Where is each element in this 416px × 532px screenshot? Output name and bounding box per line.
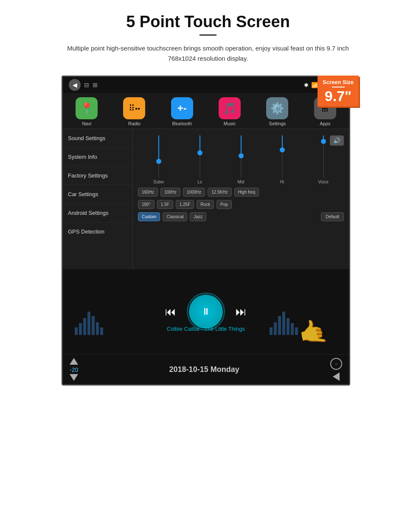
freq-btn-100hz[interactable]: 100Hz	[160, 188, 180, 197]
badge-size: 9.7"	[325, 88, 351, 104]
radio-label: Radio	[128, 121, 141, 126]
apps-label: Apps	[320, 121, 330, 126]
freq-btn-highfreq[interactable]: High freq	[234, 188, 259, 197]
signal-icon: 📶	[311, 82, 318, 88]
freq-btn-12khz[interactable]: 12.5KHz	[208, 188, 231, 197]
music-player: ⏮ ⏸ ⏭ Colbie Caillat - The Little Things…	[63, 269, 349, 354]
eq-dot-mid[interactable]	[239, 153, 244, 158]
eq-line-hi	[282, 135, 283, 147]
sidebar: Sound Settings System Info Factory Setti…	[63, 129, 133, 269]
music-icon: 🎵	[219, 97, 241, 119]
eq-label-mid: Mid	[237, 180, 244, 184]
navi-icon: 📍	[76, 97, 98, 119]
circle-button[interactable]: ○	[330, 358, 342, 370]
nav-right: ○	[330, 358, 342, 381]
back-button[interactable]: ◀	[69, 79, 81, 91]
music-label: Music	[224, 121, 236, 126]
settings-label: Settings	[269, 121, 286, 126]
eq-line-subw	[158, 135, 159, 159]
preset-btn-classical[interactable]: Classical	[163, 212, 187, 221]
eq-label-subw: Subw	[153, 180, 164, 184]
prev-button[interactable]: ⏮	[165, 305, 176, 318]
menu-icon: ⊟	[84, 82, 89, 88]
page-title: 5 Point Touch Screen	[126, 13, 290, 31]
nav-left: -20	[70, 358, 78, 381]
radio-icon: ⠿●●	[123, 97, 145, 119]
sidebar-item-system-info[interactable]: System Info	[63, 148, 132, 166]
freq-row: 160Hz 100Hz 1000Hz 12.5KHz High freq	[138, 188, 344, 197]
date-display: 2018-10-15 Monday	[169, 365, 239, 374]
app-bluetooth[interactable]: +- Bluetooth	[158, 96, 206, 129]
eq-dot-subw[interactable]	[156, 159, 161, 164]
phase-btn-180[interactable]: 180°	[138, 200, 155, 209]
status-left: ◀ ⊟ ⊞	[69, 79, 98, 91]
touch-hand-icon: 🤙	[296, 316, 330, 348]
settings-icon: ⚙️	[266, 97, 288, 119]
phase-btn-pop[interactable]: Pop	[216, 200, 232, 209]
eq-line-lo	[200, 135, 200, 150]
eq-label-voice: Voice	[318, 180, 328, 184]
back-nav-button[interactable]	[333, 372, 340, 381]
app-navi[interactable]: 📍 Navi	[63, 96, 110, 129]
navi-label: Navi	[82, 121, 91, 126]
player-controls: ⏮ ⏸ ⏭	[165, 295, 247, 329]
song-title: Colbie Caillat - The Little Things	[167, 326, 245, 332]
bottom-bar: -20 2018-10-15 Monday ○	[63, 354, 349, 384]
eq-channel-lo: Lo	[179, 135, 220, 184]
phase-row: 180° 1.5F 1.25F Rock Pop	[138, 200, 344, 209]
eq-channel-subw: Subw	[138, 135, 179, 184]
app-settings[interactable]: ⚙️ Settings	[253, 96, 301, 129]
subtitle: Multiple point high-sensitive touchscree…	[55, 43, 361, 64]
freq-btn-1000hz[interactable]: 1000Hz	[183, 188, 205, 197]
bluetooth-icon: +-	[171, 97, 193, 119]
eq-channel-hi: Hi	[261, 135, 303, 184]
visualizer-right	[270, 312, 298, 335]
app-radio[interactable]: ⠿●● Radio	[110, 96, 158, 129]
volume-up-button[interactable]	[70, 358, 78, 365]
preset-row: Custom Classical Jazz Default	[138, 212, 344, 221]
eq-label-hi: Hi	[280, 180, 284, 184]
preset-btn-jazz[interactable]: Jazz	[190, 212, 206, 221]
eq-dot-lo[interactable]	[197, 150, 202, 155]
eq-channel-mid: Mid	[220, 135, 261, 184]
phase-btn-125f[interactable]: 1.25F	[176, 200, 194, 209]
phase-btn-15f[interactable]: 1.5F	[157, 200, 173, 209]
eq-label-lo: Lo	[197, 180, 202, 184]
bluetooth-label: Bluetooth	[172, 121, 192, 126]
sidebar-item-sound-settings[interactable]: Sound Settings	[63, 129, 132, 148]
main-content: Sound Settings System Info Factory Setti…	[63, 129, 349, 269]
eq-line-mid	[241, 135, 242, 153]
eq-dot-voice[interactable]	[321, 139, 326, 144]
phase-btn-rock[interactable]: Rock	[197, 200, 214, 209]
badge-label: Screen Size	[323, 79, 354, 85]
bluetooth-status-icon: ✱	[304, 82, 309, 88]
grid-icon: ⊞	[93, 82, 98, 88]
freq-btn-160hz[interactable]: 160Hz	[138, 188, 158, 197]
device-screen: ◀ ⊟ ⊞ ✱ 📶 08:11 ⌃ 📍 Navi ⠿●● Radio +-	[62, 76, 350, 386]
volume-control[interactable]: 🔊	[330, 135, 344, 146]
preset-btn-custom[interactable]: Custom	[138, 212, 160, 221]
screen-size-badge: Screen Size 9.7"	[318, 76, 359, 107]
next-button[interactable]: ⏭	[236, 305, 247, 318]
title-underline	[200, 34, 216, 36]
eq-line-voice	[323, 135, 324, 139]
sidebar-item-factory-settings[interactable]: Factory Settings	[63, 166, 132, 185]
sound-panel: 🔊 Subw	[133, 129, 349, 269]
play-pause-button[interactable]: ⏸	[189, 295, 223, 329]
default-button[interactable]: Default	[321, 212, 344, 221]
sidebar-item-car-settings[interactable]: Car Settings	[63, 185, 132, 204]
app-music[interactable]: 🎵 Music	[206, 96, 253, 129]
volume-down-button[interactable]	[70, 374, 78, 381]
badge-line	[332, 87, 345, 87]
eq-dot-hi[interactable]	[280, 147, 285, 152]
status-bar: ◀ ⊟ ⊞ ✱ 📶 08:11 ⌃	[63, 77, 349, 93]
sidebar-item-gps-detection[interactable]: GPS Detection	[63, 222, 132, 241]
app-row: 📍 Navi ⠿●● Radio +- Bluetooth 🎵 Music ⚙️…	[63, 93, 349, 129]
sidebar-item-android-settings[interactable]: Android Settings	[63, 204, 132, 222]
visualizer-left	[75, 312, 103, 335]
device-wrapper: Screen Size 9.7" ◀ ⊟ ⊞ ✱ 📶 08:11 ⌃ 📍 Nav…	[62, 76, 354, 386]
temperature-display: -20	[70, 366, 78, 373]
